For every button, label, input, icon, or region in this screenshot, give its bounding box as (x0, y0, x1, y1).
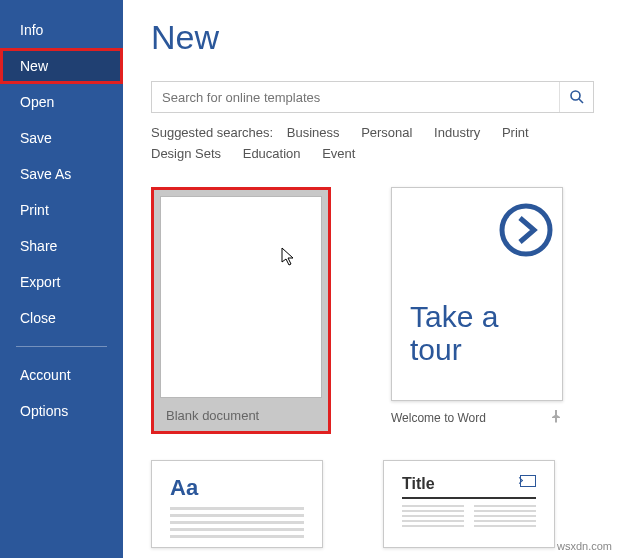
sidebar-divider (16, 346, 107, 347)
backstage-sidebar: Info New Open Save Save As Print Share E… (0, 0, 123, 558)
sidebar-item-close[interactable]: Close (0, 300, 123, 336)
cursor-icon (281, 247, 297, 267)
suggested-label: Suggested searches: (151, 125, 273, 140)
template-blank-caption: Blank document (160, 398, 322, 425)
suggested-searches-row1: Suggested searches: Business Personal In… (151, 125, 594, 140)
template-blank-document[interactable]: Blank document (151, 187, 331, 434)
sidebar-item-new[interactable]: New (0, 48, 123, 84)
template-welcome-tour[interactable]: Take a tour Welcome to Word (391, 187, 563, 434)
sidebar-item-print[interactable]: Print (0, 192, 123, 228)
sidebar-item-info[interactable]: Info (0, 12, 123, 48)
watermark: wsxdn.com (557, 540, 612, 552)
search-input[interactable] (152, 82, 559, 112)
suggested-link-personal[interactable]: Personal (361, 125, 412, 140)
suggested-link-business[interactable]: Business (287, 125, 340, 140)
template-title-layout[interactable]: Title (383, 460, 555, 548)
template-tour-caption: Welcome to Word (391, 411, 486, 425)
svg-point-2 (502, 206, 550, 254)
search-icon (569, 89, 585, 105)
template-heading-icon (520, 475, 536, 487)
suggested-link-print[interactable]: Print (502, 125, 529, 140)
suggested-link-industry[interactable]: Industry (434, 125, 480, 140)
page-title: New (151, 18, 594, 57)
sidebar-item-open[interactable]: Open (0, 84, 123, 120)
template-blank-thumb (160, 196, 322, 398)
template-gallery: Blank document Take a tour (151, 185, 594, 434)
sidebar-item-save[interactable]: Save (0, 120, 123, 156)
svg-line-1 (579, 99, 583, 103)
main-panel: New Suggested searches: Business Persona… (123, 0, 622, 558)
sidebar-item-save-as[interactable]: Save As (0, 156, 123, 192)
sidebar-item-export[interactable]: Export (0, 264, 123, 300)
template-title-text: Title (402, 475, 435, 493)
sidebar-item-account[interactable]: Account (0, 357, 123, 393)
template-single-spaced[interactable]: Aa (151, 460, 323, 548)
tour-arrow-icon (498, 202, 554, 258)
tour-text: Take a tour (410, 300, 498, 366)
sidebar-item-options[interactable]: Options (0, 393, 123, 429)
template-aa-text: Aa (170, 475, 304, 501)
suggested-link-education[interactable]: Education (243, 146, 301, 161)
svg-point-0 (571, 91, 580, 100)
app-root: Info New Open Save Save As Print Share E… (0, 0, 622, 558)
suggested-link-design-sets[interactable]: Design Sets (151, 146, 221, 161)
suggested-link-event[interactable]: Event (322, 146, 355, 161)
template-gallery-row2: Aa Title (151, 460, 594, 548)
search-button[interactable] (559, 82, 593, 112)
search-container (151, 81, 594, 113)
pin-button[interactable] (549, 409, 563, 427)
suggested-searches-row2: Design Sets Education Event (151, 146, 594, 161)
sidebar-item-share[interactable]: Share (0, 228, 123, 264)
pin-icon (549, 409, 563, 423)
